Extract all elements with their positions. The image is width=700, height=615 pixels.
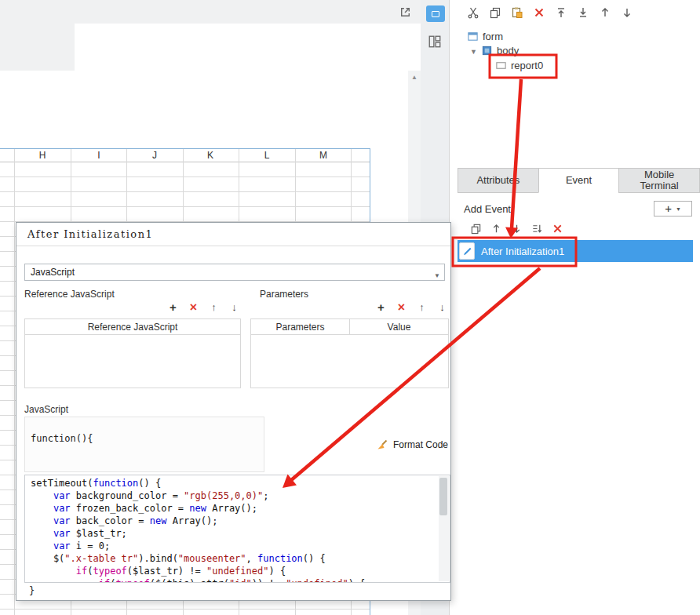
javascript-section-label: JavaScript	[24, 404, 68, 415]
code-line[interactable]: $(".x-table tr").bind("mouseenter", func…	[31, 552, 365, 565]
layout-icon[interactable]	[428, 35, 442, 49]
parameters-label: Parameters	[260, 289, 308, 300]
tree-item-form[interactable]: form	[467, 31, 503, 42]
parameters-column-header: Parameters	[251, 319, 349, 334]
event-editor-dialog: After Initialization1 JavaScript ▼ Refer…	[16, 222, 451, 601]
function-open-text: function(){	[31, 433, 93, 444]
copy-event-icon[interactable]	[470, 223, 482, 235]
scroll-up-icon[interactable]: ▲	[408, 74, 421, 81]
form-icon	[467, 31, 479, 42]
tree-expander-icon[interactable]: ▼	[470, 48, 477, 56]
add-parameter-button[interactable]: +	[374, 300, 388, 314]
cut-icon[interactable]	[467, 6, 479, 19]
body-icon	[481, 45, 493, 56]
column-header-l[interactable]: L	[257, 150, 276, 161]
panel-toggle-icon	[432, 11, 439, 17]
column-header-k[interactable]: K	[201, 150, 220, 161]
column-header-h[interactable]: H	[33, 150, 52, 161]
grid-column-line	[14, 149, 15, 615]
tree-item-label: report0	[511, 60, 543, 71]
code-line[interactable]: if(typeof($(this).attr("id")) != "undefi…	[31, 577, 365, 583]
event-toolbar	[470, 223, 563, 235]
canvas-corner-block	[0, 24, 75, 71]
parameter-move-down-button[interactable]: ↓	[436, 300, 449, 314]
javascript-code-editor[interactable]: setTimeout(function() { var background_c…	[24, 475, 450, 583]
sheet-header-border	[0, 162, 370, 162]
component-panel: form ▼ body report0 Attributes Event Mob…	[449, 0, 700, 615]
component-toolbar	[467, 6, 633, 19]
code-editor-scrollbar[interactable]	[439, 476, 449, 581]
delete-event-icon[interactable]	[552, 223, 563, 235]
parameters-table[interactable]: Parameters Value	[250, 318, 449, 388]
delete-icon[interactable]	[533, 6, 545, 19]
move-to-bottom-icon[interactable]	[577, 6, 589, 19]
chevron-down-icon: ▼	[434, 268, 440, 284]
delete-reference-button[interactable]: ×	[187, 300, 200, 314]
code-line[interactable]: var background_color = "rgb(255,0,0)";	[31, 489, 365, 502]
reference-table-header-cell: Reference JavaScript	[25, 319, 240, 334]
column-header-i[interactable]: I	[89, 150, 108, 161]
chevron-down-icon: ▼	[676, 206, 681, 212]
tab-event[interactable]: Event	[538, 168, 620, 193]
reference-javascript-table[interactable]: Reference JavaScript	[24, 318, 241, 388]
add-reference-button[interactable]: +	[166, 300, 180, 314]
event-row-after-initialization1[interactable]: After Initialization1	[458, 240, 693, 262]
event-row-label: After Initialization1	[481, 246, 564, 257]
copy-icon[interactable]	[489, 6, 501, 19]
column-header-m[interactable]: M	[314, 150, 333, 161]
delete-parameter-button[interactable]: ×	[395, 300, 408, 314]
export-icon[interactable]	[399, 5, 412, 19]
code-content[interactable]: setTimeout(function() { var background_c…	[25, 477, 365, 583]
reference-table-header: Reference JavaScript	[25, 319, 240, 335]
paste-icon[interactable]	[511, 6, 523, 19]
parameters-table-header: Parameters Value	[251, 319, 448, 335]
scrollbar-thumb[interactable]	[439, 478, 447, 515]
code-line[interactable]: var back_color = new Array();	[31, 515, 365, 527]
event-list: After Initialization1	[458, 240, 693, 615]
format-code-label: Format Code	[393, 439, 448, 450]
tree-item-report0[interactable]: report0	[495, 60, 543, 71]
tab-mobile-terminal[interactable]: Mobile Terminal	[618, 168, 700, 193]
move-to-top-icon[interactable]	[555, 6, 567, 19]
pencil-edit-icon	[462, 246, 472, 257]
panel-tabs: Attributes Event Mobile Terminal	[458, 168, 700, 193]
report-icon	[495, 60, 507, 71]
dialog-title: After Initialization1	[16, 223, 450, 246]
move-down-icon[interactable]	[621, 6, 633, 19]
tree-item-label: body	[497, 45, 519, 56]
broom-icon	[376, 439, 388, 451]
code-line[interactable]: var i = 0;	[31, 540, 365, 552]
add-event-button[interactable]: + ▼	[654, 201, 692, 217]
code-line[interactable]: if(typeof($last_tr) != "undefined") {	[31, 565, 365, 577]
parameter-move-up-button[interactable]: ↑	[415, 300, 428, 314]
column-header-j[interactable]: J	[145, 150, 164, 161]
top-toolbar-strip	[0, 0, 421, 24]
function-open-box: function(){	[24, 417, 264, 472]
add-event-label: Add Event	[464, 203, 511, 215]
panel-toggle-button[interactable]	[426, 5, 445, 22]
event-move-up-icon[interactable]	[490, 223, 502, 235]
reference-javascript-label: Reference JavaScript	[24, 289, 115, 300]
parameters-toolbar: + × ↑ ↓	[250, 300, 449, 314]
code-line[interactable]: var frozen_back_color = new Array();	[31, 502, 365, 515]
move-up-icon[interactable]	[599, 6, 611, 19]
tree-item-label: form	[483, 31, 503, 42]
reference-move-down-button[interactable]: ↓	[228, 300, 241, 314]
edit-event-button[interactable]	[459, 242, 475, 260]
value-column-header: Value	[349, 319, 448, 334]
event-move-down-icon[interactable]	[511, 223, 523, 235]
reference-move-up-button[interactable]: ↑	[207, 300, 221, 314]
sheet-header-row: HIJKLM	[0, 149, 370, 162]
tree-item-body[interactable]: body	[481, 45, 519, 56]
function-close-text: }	[29, 585, 35, 596]
code-line[interactable]: setTimeout(function() {	[31, 477, 365, 489]
adjust-order-icon[interactable]	[531, 223, 543, 235]
tab-attributes[interactable]: Attributes	[458, 168, 539, 193]
plus-icon: +	[665, 202, 672, 216]
code-line[interactable]: var $last_tr;	[31, 527, 365, 540]
reference-toolbar: + × ↑ ↓	[24, 300, 241, 314]
language-select-value: JavaScript	[31, 267, 75, 278]
language-select[interactable]: JavaScript ▼	[24, 264, 445, 281]
format-code-button[interactable]: Format Code	[376, 439, 448, 451]
